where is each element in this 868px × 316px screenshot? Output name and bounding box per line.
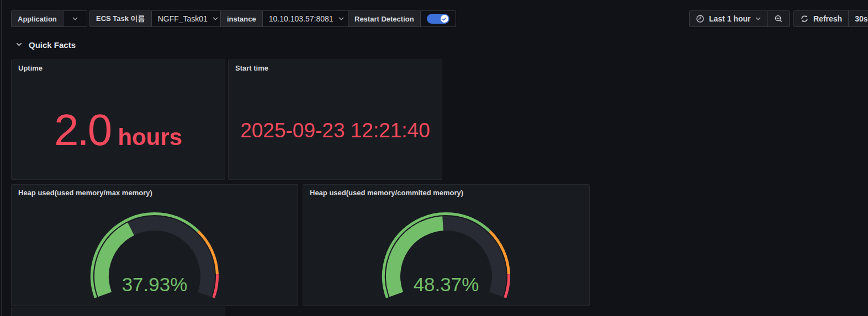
chevron-down-icon [338,15,345,22]
page-left-edge [1,0,2,316]
refresh-interval-dropdown[interactable]: 30s [848,10,868,27]
panel-title[interactable]: Heap used(used memory/max memory) [18,189,152,197]
zoom-out-icon [774,14,783,23]
gauge-value: 37.93% [122,274,188,296]
refresh-icon [800,14,809,23]
control-restart-detection: Restart Detection [348,10,456,27]
panel-start-time: Start time 2025-09-23 12:21:40 [228,60,442,180]
toggle-knob [441,15,448,23]
chevron-down-icon [72,15,78,22]
gauge-value: 48.37% [414,274,479,296]
variable-label-text: ECS Task 이름 [96,14,145,24]
chevron-down-icon [15,40,23,50]
variable-application: Application [11,10,87,27]
panel-heap-used-max: Heap used(used memory/max memory) 37.93% [11,184,298,306]
uptime-unit: hours [118,124,182,150]
time-range-label: Last 1 hour [709,14,750,23]
variable-instance-dropdown[interactable]: 10.10.103.57:8081 [262,10,351,27]
variable-ecs-task: ECS Task 이름 NGFF_Task01 [89,10,225,27]
uptime-stat: 2.0hours [12,108,225,152]
section-title: Quick Facts [29,40,76,50]
uptime-value: 2.0 [54,105,110,154]
restart-detection-toggle[interactable] [427,14,449,24]
panel-uptime: Uptime 2.0hours [11,60,225,180]
variable-instance-label: instance [220,10,263,27]
restart-detection-toggle-cell [420,10,456,27]
refresh-interval-value: 30s [855,14,867,23]
chevron-down-icon [212,15,219,22]
variable-label-text: instance [227,15,256,23]
restart-detection-label: Restart Detection [348,10,421,27]
refresh-label: Refresh [813,14,842,23]
zoom-out-button[interactable] [768,10,790,27]
variable-application-dropdown[interactable] [63,10,87,27]
panel-heap-used-commited: Heap used(used memory/commited memory) 4… [303,184,590,306]
time-picker: Last 1 hour [689,10,790,27]
variable-instance: instance 10.10.103.57:8081 [220,10,351,27]
refresh-button[interactable]: Refresh [793,10,849,27]
variable-value-text: 10.10.103.57:8081 [269,14,334,23]
clock-icon [696,14,705,23]
variable-ecs-task-label: ECS Task 이름 [89,10,152,27]
time-range-button[interactable]: Last 1 hour [689,10,768,27]
panel-partial-bottom [11,307,225,316]
refresh-picker: Refresh 30s [793,10,868,27]
panel-title[interactable]: Uptime [18,64,43,72]
panel-title[interactable]: Start time [235,64,268,72]
variable-value-text: NGFF_Task01 [158,14,208,23]
panel-title[interactable]: Heap used(used memory/commited memory) [310,189,463,197]
check-icon [442,14,447,23]
chevron-down-icon [755,15,761,22]
variable-label-text: Restart Detection [354,15,414,23]
start-time-value: 2025-09-23 12:21:40 [240,119,430,142]
start-time-stat: 2025-09-23 12:21:40 [229,120,442,141]
variable-application-label: Application [11,10,63,27]
variable-label-text: Application [18,15,57,23]
row-quick-facts[interactable]: Quick Facts [15,40,76,50]
variable-ecs-task-dropdown[interactable]: NGFF_Task01 [151,10,225,27]
